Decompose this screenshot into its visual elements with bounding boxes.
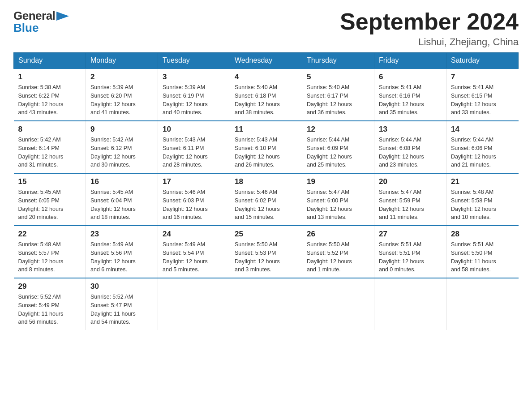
calendar-subtitle: Lishui, Zhejiang, China	[340, 36, 519, 48]
day-number: 19	[307, 177, 369, 186]
calendar-day-cell: 14Sunrise: 5:44 AMSunset: 6:06 PMDayligh…	[446, 121, 519, 173]
calendar-day-cell: 2Sunrise: 5:39 AMSunset: 6:20 PMDaylight…	[86, 68, 158, 121]
day-info: Sunrise: 5:40 AMSunset: 6:18 PMDaylight:…	[235, 84, 280, 116]
calendar-day-cell	[374, 278, 446, 330]
day-info: Sunrise: 5:45 AMSunset: 6:05 PMDaylight:…	[18, 189, 64, 220]
calendar-day-cell: 25Sunrise: 5:50 AMSunset: 5:53 PMDayligh…	[230, 226, 302, 278]
calendar-day-cell: 3Sunrise: 5:39 AMSunset: 6:19 PMDaylight…	[158, 68, 230, 121]
weekday-header-tuesday: Tuesday	[158, 53, 230, 69]
day-info: Sunrise: 5:39 AMSunset: 6:19 PMDaylight:…	[163, 84, 208, 116]
day-info: Sunrise: 5:41 AMSunset: 6:16 PMDaylight:…	[379, 84, 424, 116]
title-block: September 2024 Lishui, Zhejiang, China	[340, 9, 519, 48]
logo: General Blue	[13, 9, 69, 35]
day-info: Sunrise: 5:44 AMSunset: 6:08 PMDaylight:…	[379, 137, 424, 168]
logo-blue-text: Blue	[13, 21, 39, 35]
week-row-5: 29Sunrise: 5:52 AMSunset: 5:49 PMDayligh…	[14, 278, 519, 330]
day-number: 11	[235, 125, 297, 134]
day-number: 27	[379, 230, 442, 239]
day-info: Sunrise: 5:46 AMSunset: 6:03 PMDaylight:…	[163, 189, 208, 220]
day-number: 1	[18, 73, 82, 81]
calendar-table: SundayMondayTuesdayWednesdayThursdayFrid…	[13, 52, 519, 330]
day-info: Sunrise: 5:43 AMSunset: 6:10 PMDaylight:…	[235, 137, 280, 168]
calendar-day-cell: 27Sunrise: 5:51 AMSunset: 5:51 PMDayligh…	[374, 226, 446, 278]
day-info: Sunrise: 5:44 AMSunset: 6:06 PMDaylight:…	[451, 137, 496, 168]
calendar-day-cell: 16Sunrise: 5:45 AMSunset: 6:04 PMDayligh…	[86, 173, 158, 226]
calendar-day-cell: 7Sunrise: 5:41 AMSunset: 6:15 PMDaylight…	[446, 68, 519, 121]
day-number: 24	[163, 230, 225, 239]
calendar-day-cell: 8Sunrise: 5:42 AMSunset: 6:14 PMDaylight…	[14, 121, 86, 173]
day-number: 6	[379, 73, 442, 81]
day-info: Sunrise: 5:47 AMSunset: 5:59 PMDaylight:…	[379, 189, 424, 220]
day-number: 13	[379, 125, 442, 134]
day-number: 4	[235, 73, 297, 81]
day-number: 5	[307, 73, 369, 81]
calendar-day-cell: 24Sunrise: 5:49 AMSunset: 5:54 PMDayligh…	[158, 226, 230, 278]
day-info: Sunrise: 5:41 AMSunset: 6:15 PMDaylight:…	[451, 84, 496, 116]
day-number: 7	[451, 73, 514, 81]
calendar-day-cell: 28Sunrise: 5:51 AMSunset: 5:50 PMDayligh…	[446, 226, 519, 278]
day-number: 26	[307, 230, 369, 239]
calendar-day-cell: 17Sunrise: 5:46 AMSunset: 6:03 PMDayligh…	[158, 173, 230, 226]
day-info: Sunrise: 5:48 AMSunset: 5:58 PMDaylight:…	[451, 189, 496, 220]
calendar-day-cell: 26Sunrise: 5:50 AMSunset: 5:52 PMDayligh…	[302, 226, 374, 278]
week-row-3: 15Sunrise: 5:45 AMSunset: 6:05 PMDayligh…	[14, 173, 519, 226]
calendar-day-cell: 29Sunrise: 5:52 AMSunset: 5:49 PMDayligh…	[14, 278, 86, 330]
weekday-header-friday: Friday	[374, 53, 446, 69]
day-info: Sunrise: 5:49 AMSunset: 5:56 PMDaylight:…	[90, 241, 136, 273]
day-number: 23	[90, 230, 153, 239]
day-number: 21	[451, 177, 514, 186]
calendar-day-cell	[446, 278, 519, 330]
day-number: 15	[18, 177, 82, 186]
calendar-day-cell: 15Sunrise: 5:45 AMSunset: 6:05 PMDayligh…	[14, 173, 86, 226]
calendar-day-cell: 5Sunrise: 5:40 AMSunset: 6:17 PMDaylight…	[302, 68, 374, 121]
day-number: 10	[163, 125, 225, 134]
calendar-day-cell: 4Sunrise: 5:40 AMSunset: 6:18 PMDaylight…	[230, 68, 302, 121]
calendar-day-cell: 19Sunrise: 5:47 AMSunset: 6:00 PMDayligh…	[302, 173, 374, 226]
calendar-day-cell: 18Sunrise: 5:46 AMSunset: 6:02 PMDayligh…	[230, 173, 302, 226]
calendar-day-cell: 21Sunrise: 5:48 AMSunset: 5:58 PMDayligh…	[446, 173, 519, 226]
day-info: Sunrise: 5:42 AMSunset: 6:12 PMDaylight:…	[90, 137, 136, 168]
weekday-header-thursday: Thursday	[302, 53, 374, 69]
week-row-2: 8Sunrise: 5:42 AMSunset: 6:14 PMDaylight…	[14, 121, 519, 173]
weekday-header-row: SundayMondayTuesdayWednesdayThursdayFrid…	[14, 53, 519, 69]
calendar-day-cell: 6Sunrise: 5:41 AMSunset: 6:16 PMDaylight…	[374, 68, 446, 121]
day-number: 14	[451, 125, 514, 134]
day-number: 2	[90, 73, 153, 81]
calendar-day-cell: 23Sunrise: 5:49 AMSunset: 5:56 PMDayligh…	[86, 226, 158, 278]
day-number: 25	[235, 230, 297, 239]
day-number: 16	[90, 177, 153, 186]
svg-marker-1	[56, 12, 64, 21]
calendar-day-cell: 22Sunrise: 5:48 AMSunset: 5:57 PMDayligh…	[14, 226, 86, 278]
day-number: 22	[18, 230, 82, 239]
day-info: Sunrise: 5:49 AMSunset: 5:54 PMDaylight:…	[163, 241, 208, 273]
week-row-4: 22Sunrise: 5:48 AMSunset: 5:57 PMDayligh…	[14, 226, 519, 278]
day-info: Sunrise: 5:51 AMSunset: 5:50 PMDaylight:…	[451, 241, 496, 273]
weekday-header-monday: Monday	[86, 53, 158, 69]
day-info: Sunrise: 5:40 AMSunset: 6:17 PMDaylight:…	[307, 84, 352, 116]
day-info: Sunrise: 5:44 AMSunset: 6:09 PMDaylight:…	[307, 137, 352, 168]
calendar-day-cell	[302, 278, 374, 330]
day-number: 12	[307, 125, 369, 134]
calendar-day-cell	[230, 278, 302, 330]
day-info: Sunrise: 5:51 AMSunset: 5:51 PMDaylight:…	[379, 241, 424, 273]
day-number: 29	[18, 282, 82, 291]
day-info: Sunrise: 5:46 AMSunset: 6:02 PMDaylight:…	[235, 189, 280, 220]
week-row-1: 1Sunrise: 5:38 AMSunset: 6:22 PMDaylight…	[14, 68, 519, 121]
day-number: 30	[90, 282, 153, 291]
day-info: Sunrise: 5:52 AMSunset: 5:49 PMDaylight:…	[18, 294, 64, 325]
day-number: 18	[235, 177, 297, 186]
day-info: Sunrise: 5:47 AMSunset: 6:00 PMDaylight:…	[307, 189, 352, 220]
day-number: 8	[18, 125, 82, 134]
day-number: 28	[451, 230, 514, 239]
weekday-header-wednesday: Wednesday	[230, 53, 302, 69]
calendar-day-cell: 12Sunrise: 5:44 AMSunset: 6:09 PMDayligh…	[302, 121, 374, 173]
calendar-day-cell: 1Sunrise: 5:38 AMSunset: 6:22 PMDaylight…	[14, 68, 86, 121]
weekday-header-sunday: Sunday	[14, 53, 86, 69]
calendar-day-cell: 9Sunrise: 5:42 AMSunset: 6:12 PMDaylight…	[86, 121, 158, 173]
page-header: General Blue September 2024 Lishui, Zhej…	[13, 9, 519, 48]
weekday-header-saturday: Saturday	[446, 53, 519, 69]
day-info: Sunrise: 5:50 AMSunset: 5:53 PMDaylight:…	[235, 241, 280, 273]
calendar-title: September 2024	[340, 9, 519, 34]
day-info: Sunrise: 5:48 AMSunset: 5:57 PMDaylight:…	[18, 241, 64, 273]
calendar-day-cell: 11Sunrise: 5:43 AMSunset: 6:10 PMDayligh…	[230, 121, 302, 173]
